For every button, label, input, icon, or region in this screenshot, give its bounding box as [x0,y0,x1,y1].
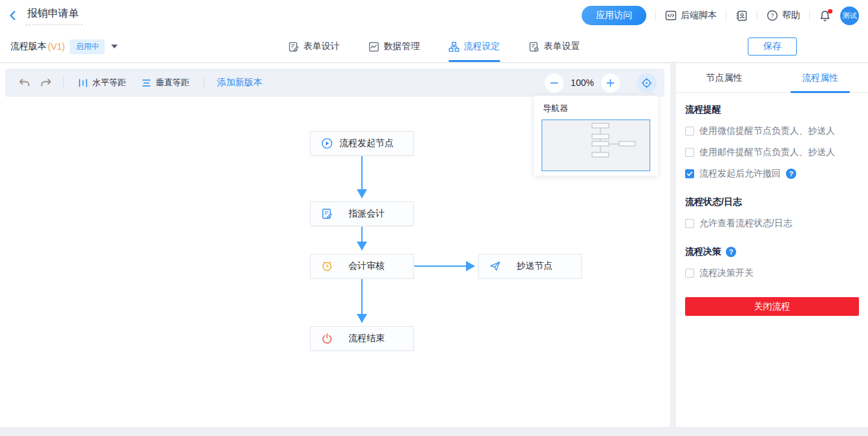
help-icon[interactable]: ? [726,247,736,257]
save-button[interactable]: 保存 [748,37,797,56]
top-header: 报销申请单 应用访问 后端脚本 [0,0,868,63]
zoom-out-button[interactable] [545,74,564,92]
divider [809,10,810,21]
properties-content: 流程提醒 使用微信提醒节点负责人、抄送人 使用邮件提醒节点负责人、抄送人 流程发… [676,93,868,316]
svg-text:?: ? [770,12,774,19]
navigator-title: 导航器 [534,96,658,119]
main-tabs: 表单设计 数据管理 流程设定 表单设置 [288,31,580,62]
flow-node-start[interactable]: 流程发起节点 [310,131,414,156]
navigator-toggle-button[interactable] [637,73,657,93]
section-flow-remind-title: 流程提醒 [685,104,859,116]
checkbox-row-decision-switch[interactable]: 流程决策开关 [685,267,859,279]
zoom-level: 100% [570,78,595,88]
divider [63,76,64,89]
vertical-spacing-icon [142,78,151,88]
form-pencil-icon [321,208,333,220]
checkbox-label: 使用微信提醒节点负责人、抄送人 [699,125,835,137]
checkbox-unchecked[interactable] [685,269,694,278]
plus-icon [606,79,615,87]
check-icon [686,171,693,177]
checkbox-unchecked[interactable] [685,127,694,136]
checkbox-row-allow-withdraw[interactable]: 流程发起后允许撤回 ? [685,168,859,180]
help-icon[interactable]: ? [786,169,796,179]
divider [757,10,757,21]
flow-version-selector[interactable]: 流程版本 (V1) 启用中 [0,39,118,54]
tab-data-management[interactable]: 数据管理 [368,31,420,62]
section-flow-status-title: 流程状态/日志 [685,196,859,208]
divider [726,10,726,21]
help-button[interactable]: ? 帮助 [767,10,800,21]
form-settings-icon [529,41,540,52]
flow-canvas[interactable]: 水平等距 垂直等距 添加新版本 100% [0,63,670,427]
minus-icon [550,79,558,87]
contacts-icon [736,10,748,22]
play-circle-icon [321,138,333,149]
tab-label: 表单设计 [304,41,340,52]
power-icon [321,333,333,344]
navigator-panel: 导航器 [534,96,658,176]
checkbox-label: 允许查看流程状态/日志 [699,218,792,229]
redo-button[interactable] [35,72,57,94]
flow-node-cc[interactable]: 抄送节点 [478,254,582,278]
undo-icon [18,78,30,88]
close-flow-button[interactable]: 关闭流程 [685,297,859,316]
checkbox-row-wechat-remind[interactable]: 使用微信提醒节点负责人、抄送人 [685,125,859,137]
checkbox-label: 流程发起后允许撤回 [699,168,781,180]
redo-icon [40,78,52,88]
tab-flow-properties[interactable]: 流程属性 [772,63,868,92]
add-new-version-link[interactable]: 添加新版本 [217,77,262,88]
paper-plane-icon [489,260,501,272]
form-design-icon [288,41,299,52]
contacts-button[interactable] [736,10,748,22]
horizontal-spacing-label: 水平等距 [92,77,126,88]
data-management-icon [368,41,379,52]
version-status-badge: 启用中 [70,39,105,54]
header-actions: 应用访问 后端脚本 [582,0,859,31]
canvas-toolbar: 水平等距 垂直等距 添加新版本 100% [5,68,664,97]
tab-flow-setting[interactable]: 流程设定 [449,31,500,62]
vertical-spacing-label: 垂直等距 [156,77,189,88]
zoom-controls: 100% [545,73,657,93]
tab-label: 流程设定 [464,41,500,52]
undo-button[interactable] [13,72,35,94]
flow-setting-icon [449,41,460,52]
alarm-clock-icon [321,260,333,272]
tab-node-properties[interactable]: 节点属性 [676,63,772,92]
flow-node-end[interactable]: 流程结束 [310,326,414,351]
backend-script-button[interactable]: 后端脚本 [665,10,717,21]
code-icon [665,10,677,21]
horizontal-spacing-icon [78,78,88,88]
back-button[interactable] [0,0,26,31]
checkbox-row-email-remind[interactable]: 使用邮件提醒节点负责人、抄送人 [685,147,859,158]
locate-target-icon [641,78,652,88]
tab-form-design[interactable]: 表单设计 [288,31,340,62]
checkbox-unchecked[interactable] [685,219,694,228]
horizontal-spacing-button[interactable]: 水平等距 [78,77,126,88]
flow-node-accountant-review[interactable]: 会计审核 [310,254,414,278]
app-access-button[interactable]: 应用访问 [582,6,646,25]
tab-form-settings[interactable]: 表单设置 [529,31,580,62]
navigator-viewport[interactable] [542,119,650,171]
checkbox-unchecked[interactable] [685,148,694,157]
tab-label: 数据管理 [384,41,420,52]
question-circle-icon: ? [767,10,778,21]
flow-node-assign-accountant[interactable]: 指派会计 [310,202,414,226]
properties-panel: 节点属性 流程属性 流程提醒 使用微信提醒节点负责人、抄送人 使用邮件提醒节点负… [676,63,868,427]
checkbox-label: 使用邮件提醒节点负责人、抄送人 [699,147,835,158]
version-label: 流程版本 [10,41,47,52]
section-flow-decision-title: 流程决策 ? [685,246,859,258]
checkbox-checked[interactable] [685,169,694,178]
notifications-button[interactable] [819,10,831,22]
properties-tabs: 节点属性 流程属性 [676,63,868,93]
user-avatar[interactable]: 测试 [840,6,859,25]
subheader-row: 流程版本 (V1) 启用中 表单设计 数据管理 [0,31,868,62]
vertical-spacing-button[interactable]: 垂直等距 [142,77,189,88]
page-title: 报销申请单 [26,6,83,25]
navigator-minimap [542,120,650,171]
checkbox-row-view-status[interactable]: 允许查看流程状态/日志 [685,218,859,229]
zoom-in-button[interactable] [601,74,620,92]
divider [204,76,204,89]
back-chevron-icon [8,10,18,21]
version-tag: (V1) [48,41,65,52]
section-title-text: 流程决策 [685,246,721,258]
